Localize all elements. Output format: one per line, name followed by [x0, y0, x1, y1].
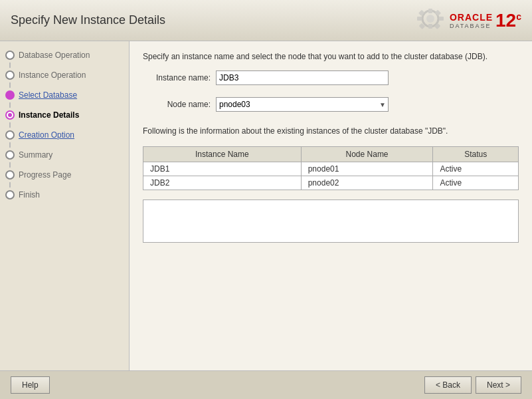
table-row: JDB1pnode01Active	[143, 162, 519, 176]
step-indicator-1	[5, 51, 15, 60]
sidebar-item-instance-operation: Instance Operation	[0, 68, 129, 82]
connector-2	[9, 82, 11, 88]
table-cell-node_name: pnode02	[301, 176, 433, 190]
svg-rect-3	[428, 24, 432, 29]
content-area: Specify an instance name and select the …	[130, 41, 532, 370]
sidebar-item-progress-page: Progress Page	[0, 168, 129, 182]
info-text: Following is the information about the e…	[143, 126, 519, 136]
sidebar-label-summary: Summary	[19, 150, 52, 160]
step-indicator-5	[5, 130, 15, 140]
instance-name-row: Instance name:	[143, 70, 519, 85]
step-indicator-7	[5, 170, 15, 180]
sidebar-item-database-operation: Database Operation	[0, 48, 129, 63]
node-name-label: Node name:	[143, 100, 216, 109]
sidebar-label-select-database: Select Database	[19, 90, 77, 100]
connector-4	[9, 122, 11, 128]
svg-point-1	[426, 15, 434, 23]
step-indicator-inner-4	[8, 113, 12, 117]
oracle-version: 12c	[495, 11, 521, 30]
sidebar-item-summary: Summary	[0, 148, 129, 162]
sidebar-item-creation-option[interactable]: Creation Option	[0, 128, 129, 142]
description-text: Specify an instance name and select the …	[143, 52, 519, 61]
sidebar-item-select-database[interactable]: Select Database	[0, 88, 129, 102]
step-indicator-3	[5, 90, 15, 100]
connector-1	[9, 63, 11, 68]
help-button[interactable]: Help	[11, 376, 50, 394]
col-header-node-name: Node Name	[301, 147, 433, 162]
instance-name-input[interactable]	[216, 70, 389, 85]
step-indicator-4	[5, 110, 15, 120]
sidebar-label-instance-details: Instance Details	[19, 110, 79, 120]
next-button[interactable]: Next >	[476, 376, 521, 394]
svg-rect-7	[435, 10, 441, 16]
oracle-text: ORACLE DATABASE	[450, 12, 493, 29]
table-header-row: Instance Name Node Name Status	[143, 147, 519, 162]
gear-icon	[414, 5, 447, 35]
table-cell-node_name: pnode01	[301, 162, 433, 176]
main-layout: Database Operation Instance Operation Se…	[0, 41, 532, 370]
sidebar-label-progress-page: Progress Page	[19, 170, 71, 180]
table-row: JDB2pnode02Active	[143, 176, 519, 190]
col-header-instance-name: Instance Name	[143, 147, 302, 162]
sidebar-label-finish: Finish	[19, 190, 40, 200]
footer: Help < Back Next >	[0, 370, 532, 399]
back-button[interactable]: < Back	[424, 376, 472, 394]
table-cell-instance_name: JDB2	[143, 176, 302, 190]
table-cell-status: Active	[433, 162, 519, 176]
sidebar: Database Operation Instance Operation Se…	[0, 41, 130, 370]
connector-6	[9, 162, 11, 168]
step-indicator-2	[5, 70, 15, 80]
oracle-db-label: DATABASE	[450, 23, 491, 29]
footer-nav-buttons: < Back Next >	[424, 376, 521, 394]
table-cell-instance_name: JDB1	[143, 162, 302, 176]
sidebar-item-finish: Finish	[0, 188, 129, 202]
step-indicator-6	[5, 150, 15, 160]
sidebar-item-instance-details: Instance Details	[0, 108, 129, 122]
oracle-logo: ORACLE DATABASE 12c	[414, 5, 521, 35]
step-indicator-8	[5, 190, 15, 200]
svg-rect-4	[417, 17, 422, 21]
svg-rect-2	[428, 9, 432, 13]
table-cell-status: Active	[433, 176, 519, 190]
node-name-select-wrapper: pnode03 pnode01 pnode02 ▼	[216, 97, 389, 112]
notes-area	[143, 200, 519, 243]
sidebar-label-database-operation: Database Operation	[19, 51, 90, 60]
sidebar-label-creation-option: Creation Option	[19, 130, 74, 140]
instances-table: Instance Name Node Name Status JDB1pnode…	[143, 146, 519, 190]
connector-7	[9, 182, 11, 188]
instance-name-label: Instance name:	[143, 73, 216, 82]
sidebar-label-instance-operation: Instance Operation	[19, 70, 86, 80]
header: Specify New Instance Details ORACLE DATA…	[0, 0, 532, 41]
connector-5	[9, 142, 11, 148]
col-header-status: Status	[433, 147, 519, 162]
oracle-brand-label: ORACLE	[450, 12, 493, 23]
node-name-row: Node name: pnode03 pnode01 pnode02 ▼	[143, 97, 519, 112]
svg-rect-5	[439, 17, 444, 21]
node-name-select[interactable]: pnode03 pnode01 pnode02	[216, 97, 389, 112]
connector-3	[9, 102, 11, 108]
page-title: Specify New Instance Details	[11, 13, 165, 27]
